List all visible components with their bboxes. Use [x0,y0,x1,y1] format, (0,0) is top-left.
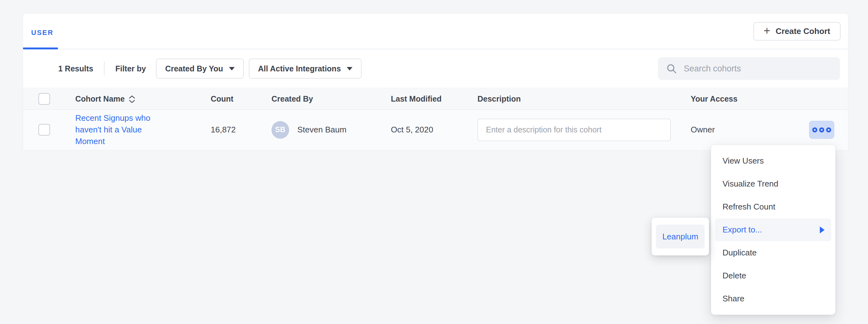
create-cohort-button[interactable]: + Create Cohort [753,22,841,41]
column-header-created-by[interactable]: Created By [272,94,391,104]
column-header-cohort-name[interactable]: Cohort Name [75,94,125,104]
menu-item-delete[interactable]: Delete [715,264,831,287]
chevron-down-icon [229,67,235,70]
submenu-arrow-icon [820,226,825,233]
select-all-checkbox[interactable] [38,93,50,105]
table-header: Cohort Name Count Created By Last Modifi… [23,88,848,110]
column-header-description[interactable]: Description [477,94,691,104]
row-checkbox[interactable] [38,124,50,136]
menu-item-export-to[interactable]: Export to... [715,218,831,241]
created-by-dropdown-label: Created By You [165,64,223,73]
menu-item-export-to-label: Export to... [722,225,762,235]
cohorts-panel: USER + Create Cohort 1 Results Filter by… [23,13,848,150]
column-header-count[interactable]: Count [211,94,272,104]
divider [104,62,104,75]
search-box [658,57,840,80]
menu-item-view-users[interactable]: View Users [715,149,831,172]
search-input[interactable] [684,64,832,74]
filter-bar: 1 Results Filter by Created By You All A… [23,49,848,88]
menu-item-visualize-trend[interactable]: Visualize Trend [715,172,831,195]
chevron-down-icon [347,67,352,70]
search-icon [666,63,677,74]
create-cohort-label: Create Cohort [776,27,830,36]
table-row: Recent Signups who haven't hit a Value M… [23,110,848,150]
menu-item-refresh-count[interactable]: Refresh Count [715,195,831,218]
integrations-dropdown-label: All Active Integrations [258,64,341,73]
avatar: SB [272,121,289,139]
tab-user[interactable]: USER [31,29,54,37]
access-level: Owner [691,125,715,135]
results-count: 1 Results [58,64,93,73]
filter-by-label: Filter by [115,64,146,73]
cohort-count: 16,872 [211,125,272,135]
more-actions-button[interactable] [809,121,834,139]
created-by-name: Steven Baum [297,125,346,135]
menu-item-duplicate[interactable]: Duplicate [715,241,831,264]
export-submenu: Leanplum [652,218,709,255]
last-modified-date: Oct 5, 2020 [391,125,477,135]
row-actions-menu: View Users Visualize Trend Refresh Count… [711,145,836,315]
description-input[interactable] [477,118,671,141]
more-icon [819,128,824,133]
more-icon [812,128,817,133]
column-header-your-access[interactable]: Your Access [691,94,848,104]
created-by-dropdown[interactable]: Created By You [156,59,244,79]
plus-icon: + [764,25,770,36]
menu-item-share[interactable]: Share [715,287,831,310]
tab-bar: USER + Create Cohort [23,13,848,49]
sort-icon[interactable] [128,95,135,103]
submenu-item-leanplum[interactable]: Leanplum [656,225,705,249]
integrations-dropdown[interactable]: All Active Integrations [249,59,362,79]
more-icon [826,128,831,133]
cohort-name-link[interactable]: Recent Signups who haven't hit a Value M… [75,112,155,147]
column-header-last-modified[interactable]: Last Modified [391,94,477,104]
